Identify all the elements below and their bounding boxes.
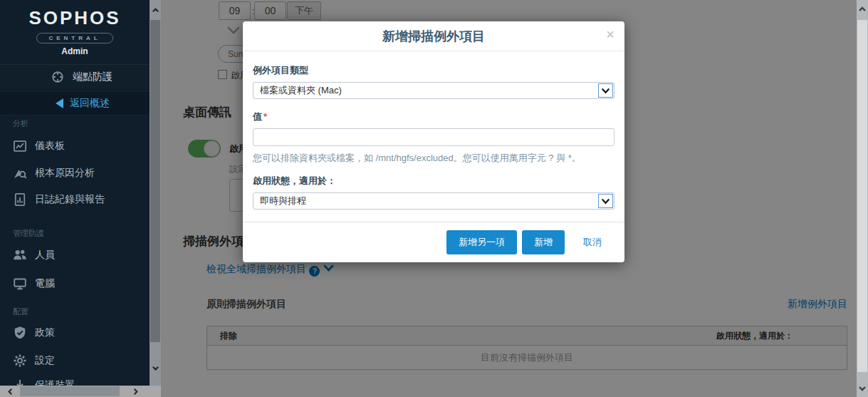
people-icon bbox=[13, 248, 27, 262]
endpoint-protection-icon bbox=[51, 71, 64, 83]
scroll-up-arrow-icon[interactable] bbox=[857, 4, 868, 15]
sidebar-item-dashboard[interactable]: 儀表板 bbox=[0, 134, 150, 158]
admin-label: Admin bbox=[0, 46, 150, 56]
logs-reports-icon bbox=[13, 192, 27, 207]
back-arrow-icon bbox=[56, 98, 63, 108]
sidebar-scrollbar[interactable] bbox=[150, 0, 161, 386]
sidebar-section-manage-protection: 管理防護 bbox=[13, 228, 44, 239]
sidebar-item-label: 日誌紀錄與報告 bbox=[35, 193, 105, 206]
sidebar-item-people[interactable]: 人員 bbox=[0, 243, 150, 267]
sidebar-item-label: 人員 bbox=[35, 249, 55, 262]
scroll-right-arrow-icon[interactable] bbox=[130, 386, 141, 397]
add-scan-exclusion-modal: 新增掃描例外項目 × 例外項目類型 檔案或資料夾 (Mac) 值* 您可以排除資… bbox=[243, 21, 624, 262]
policies-icon bbox=[13, 326, 27, 340]
dashboard-icon bbox=[13, 139, 27, 153]
exclusion-type-label: 例外項目類型 bbox=[253, 64, 615, 77]
sidebar-item-logs-reports[interactable]: 日誌紀錄與報告 bbox=[0, 187, 150, 212]
modal-header: 新增掃描例外項目 × bbox=[243, 21, 624, 51]
value-label-row: 值* bbox=[253, 110, 615, 123]
sidebar-item-policies[interactable]: 政策 bbox=[0, 321, 150, 345]
sidebar-section-configure: 配置 bbox=[13, 306, 28, 317]
sidebar: SOPHOS CENTRAL Admin 端點防護 返回概述 分析 儀表板 根 bbox=[0, 0, 150, 397]
exclusion-type-value: 檔案或資料夾 (Mac) bbox=[253, 84, 342, 97]
chevron-down-icon bbox=[598, 194, 613, 208]
page-scrollbar-thumb[interactable] bbox=[857, 20, 867, 372]
sidebar-item-label: 電腦 bbox=[35, 277, 55, 290]
close-icon[interactable]: × bbox=[606, 27, 615, 41]
sidebar-item-computers[interactable]: 電腦 bbox=[0, 272, 150, 296]
sidebar-item-label: 設定 bbox=[35, 354, 55, 367]
sidebar-item-label: 政策 bbox=[35, 326, 55, 339]
required-asterisk: * bbox=[263, 111, 267, 122]
central-badge: CENTRAL bbox=[36, 33, 113, 43]
sidebar-item-endpoint-protection[interactable]: 端點防護 bbox=[0, 64, 150, 88]
sidebar-item-label: 根本原因分析 bbox=[35, 167, 95, 180]
modal-footer: 新增另一項 新增 取消 bbox=[243, 222, 624, 262]
app-root: SOPHOS CENTRAL Admin 端點防護 返回概述 分析 儀表板 根 bbox=[0, 0, 868, 397]
sidebar-item-root-cause-analysis[interactable]: 根本原因分析 bbox=[0, 161, 150, 185]
computer-icon bbox=[13, 277, 27, 291]
active-for-label: 啟用狀態，適用於： bbox=[253, 175, 615, 187]
value-label: 值 bbox=[253, 111, 262, 122]
scroll-left-arrow-icon[interactable] bbox=[4, 386, 16, 397]
scroll-up-arrow-icon[interactable] bbox=[150, 4, 161, 16]
sidebar-item-label: 端點防護 bbox=[73, 71, 113, 83]
modal-body: 例外項目類型 檔案或資料夾 (Mac) 值* 您可以排除資料夾或檔案，如 /mn… bbox=[243, 64, 624, 210]
scroll-down-arrow-icon[interactable] bbox=[150, 362, 161, 373]
add-button[interactable]: 新增 bbox=[522, 230, 565, 254]
sidebar-item-settings[interactable]: 設定 bbox=[0, 349, 150, 373]
exclusion-type-select[interactable]: 檔案或資料夾 (Mac) bbox=[253, 82, 615, 99]
horizontal-scrollbar-thumb[interactable] bbox=[20, 386, 120, 396]
root-cause-analysis-icon bbox=[13, 166, 27, 180]
horizontal-scrollbar[interactable] bbox=[0, 386, 161, 397]
scroll-down-arrow-icon[interactable] bbox=[857, 383, 868, 394]
chevron-down-icon bbox=[598, 83, 613, 98]
active-for-select[interactable]: 即時與排程 bbox=[253, 192, 615, 210]
add-another-button[interactable]: 新增另一項 bbox=[446, 230, 517, 254]
sophos-logo: SOPHOS CENTRAL Admin bbox=[0, 0, 150, 56]
active-for-value: 即時與排程 bbox=[253, 195, 306, 207]
settings-icon bbox=[13, 354, 27, 368]
back-link-label: 返回概述 bbox=[70, 97, 110, 110]
brand-text: SOPHOS bbox=[0, 7, 150, 29]
value-help-text: 您可以排除資料夾或檔案，如 /mnt/hgfs/excluded。您可以使用萬用… bbox=[253, 152, 615, 165]
page-scrollbar[interactable] bbox=[857, 0, 868, 397]
back-to-overview-link[interactable]: 返回概述 bbox=[0, 91, 150, 115]
sidebar-scrollbar-thumb[interactable] bbox=[150, 20, 160, 342]
cancel-link[interactable]: 取消 bbox=[583, 236, 602, 249]
sidebar-section-analysis: 分析 bbox=[13, 118, 28, 129]
modal-title: 新增掃描例外項目 bbox=[382, 28, 485, 45]
value-input[interactable] bbox=[253, 128, 615, 146]
sidebar-item-label: 儀表板 bbox=[35, 140, 65, 153]
